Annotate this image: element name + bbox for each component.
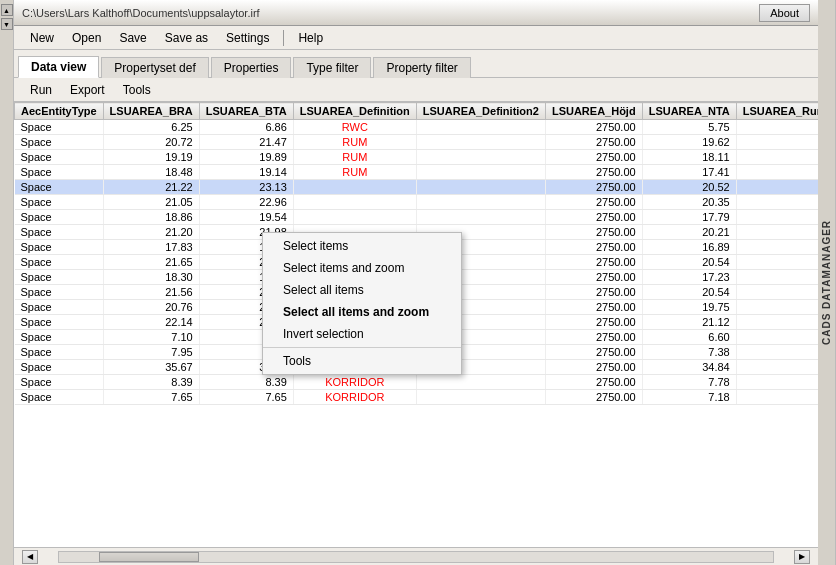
table-row[interactable]: Space 20.72 21.47 RUM 2750.00 19.62 1000… <box>15 135 819 150</box>
tab-type-filter[interactable]: Type filter <box>293 57 371 78</box>
left-btn-2[interactable]: ▼ <box>1 18 13 30</box>
menu-bar: New Open Save Save as Settings Help <box>14 26 818 50</box>
cell-entity: Space <box>15 300 104 315</box>
col-header-bra[interactable]: LSUAREA_BRA <box>103 103 199 120</box>
cell-def2 <box>416 180 545 195</box>
left-toolbar: ▲ ▼ <box>0 0 14 565</box>
menu-save[interactable]: Save <box>111 29 154 47</box>
table-row[interactable]: Space 18.48 19.14 RUM 2750.00 17.41 1000… <box>15 165 819 180</box>
cell-rumsklass: 6000 <box>736 330 818 345</box>
horizontal-scrollbar[interactable] <box>58 551 774 563</box>
cell-nta: 7.38 <box>642 345 736 360</box>
menu-new[interactable]: New <box>22 29 62 47</box>
toolbar-tools[interactable]: Tools <box>115 81 159 99</box>
scrollbar-thumb[interactable] <box>99 552 199 562</box>
scroll-left-btn[interactable]: ◀ <box>22 550 38 564</box>
cell-nta: 20.52 <box>642 180 736 195</box>
tab-propertyset-def[interactable]: Propertyset def <box>101 57 208 78</box>
cell-def: RUM <box>293 150 416 165</box>
cell-hojd: 2750.00 <box>545 120 642 135</box>
cell-bra: 7.65 <box>103 390 199 405</box>
cell-nta: 18.11 <box>642 150 736 165</box>
table-row[interactable]: Space 8.39 8.39 KORRIDOR 2750.00 7.78 60… <box>15 375 819 390</box>
cell-rumsklass: 1000 <box>736 165 818 180</box>
cell-def2 <box>416 135 545 150</box>
cell-bra: 21.20 <box>103 225 199 240</box>
table-row[interactable]: Space 18.86 19.54 2750.00 17.79 1000 113… <box>15 210 819 225</box>
cell-bra: 18.48 <box>103 165 199 180</box>
cell-rumsklass: 1000 <box>736 300 818 315</box>
cell-nta: 17.79 <box>642 210 736 225</box>
cell-nta: 20.54 <box>642 255 736 270</box>
cell-def: RUM <box>293 135 416 150</box>
ctx-select-all-zoom[interactable]: Select all items and zoom <box>263 301 461 323</box>
col-header-bta[interactable]: LSUAREA_BTA <box>199 103 293 120</box>
cell-hojd: 2750.00 <box>545 165 642 180</box>
cell-def: KORRIDOR <box>293 375 416 390</box>
cell-entity: Space <box>15 165 104 180</box>
ctx-select-all[interactable]: Select all items <box>263 279 461 301</box>
tab-property-filter[interactable]: Property filter <box>373 57 470 78</box>
cell-nta: 7.18 <box>642 390 736 405</box>
col-header-hojd[interactable]: LSUAREA_Höjd <box>545 103 642 120</box>
cell-nta: 7.78 <box>642 375 736 390</box>
main-content: AecEntityType LSUAREA_BRA LSUAREA_BTA LS… <box>14 102 818 547</box>
cell-def2 <box>416 210 545 225</box>
table-row[interactable]: Space 21.05 22.96 2750.00 20.35 1000 112… <box>15 195 819 210</box>
ctx-tools[interactable]: Tools <box>263 350 461 372</box>
ctx-separator <box>263 347 461 348</box>
menu-save-as[interactable]: Save as <box>157 29 216 47</box>
cell-nta: 19.75 <box>642 300 736 315</box>
cell-nta: 6.60 <box>642 330 736 345</box>
title-path: C:\Users\Lars Kalthoff\Documents\uppsala… <box>22 7 260 19</box>
cell-bta: 23.13 <box>199 180 293 195</box>
cell-def2 <box>416 120 545 135</box>
col-header-entity[interactable]: AecEntityType <box>15 103 104 120</box>
cell-bta: 19.14 <box>199 165 293 180</box>
cell-bra: 17.83 <box>103 240 199 255</box>
cell-nta: 17.41 <box>642 165 736 180</box>
menu-help[interactable]: Help <box>290 29 331 47</box>
tab-bar: Data view Propertyset def Properties Typ… <box>14 50 818 78</box>
about-button[interactable]: About <box>759 4 810 22</box>
cell-def2 <box>416 390 545 405</box>
col-header-rumsklass[interactable]: LSUAREA_Rumsklass <box>736 103 818 120</box>
col-header-nta[interactable]: LSUAREA_NTA <box>642 103 736 120</box>
ctx-select-items-zoom[interactable]: Select items and zoom <box>263 257 461 279</box>
left-btn-1[interactable]: ▲ <box>1 4 13 16</box>
tab-properties[interactable]: Properties <box>211 57 292 78</box>
cell-bra: 18.86 <box>103 210 199 225</box>
cads-datamanager-label: CADS DATAMANAGER <box>818 0 836 565</box>
cell-entity: Space <box>15 270 104 285</box>
cell-entity: Space <box>15 360 104 375</box>
cell-bra: 21.22 <box>103 180 199 195</box>
cell-entity: Space <box>15 210 104 225</box>
cell-rumsklass: 6000 <box>736 345 818 360</box>
cell-nta: 20.21 <box>642 225 736 240</box>
table-row[interactable]: Space 7.65 7.65 KORRIDOR 2750.00 7.18 60… <box>15 390 819 405</box>
cell-def: RWC <box>293 120 416 135</box>
tab-data-view[interactable]: Data view <box>18 56 99 78</box>
col-header-def2[interactable]: LSUAREA_Definition2 <box>416 103 545 120</box>
cell-rumsklass: 1000 <box>736 150 818 165</box>
col-header-def[interactable]: LSUAREA_Definition <box>293 103 416 120</box>
ctx-invert-selection[interactable]: Invert selection <box>263 323 461 345</box>
cell-hojd: 2750.00 <box>545 150 642 165</box>
cell-bra: 7.95 <box>103 345 199 360</box>
cell-rumsklass: 1000 <box>736 180 818 195</box>
toolbar-run[interactable]: Run <box>22 81 60 99</box>
cell-bta: 21.47 <box>199 135 293 150</box>
cell-bra: 19.19 <box>103 150 199 165</box>
table-row[interactable]: Space 6.25 6.86 RWC 2750.00 5.75 2000 31… <box>15 120 819 135</box>
cell-hojd: 2750.00 <box>545 180 642 195</box>
menu-settings[interactable]: Settings <box>218 29 277 47</box>
toolbar-export[interactable]: Export <box>62 81 113 99</box>
table-row[interactable]: Space 19.19 19.89 RUM 2750.00 18.11 1000… <box>15 150 819 165</box>
table-row[interactable]: Space 21.22 23.13 2750.00 20.52 1000 112… <box>15 180 819 195</box>
toolbar: Run Export Tools <box>14 78 818 102</box>
scroll-right-btn[interactable]: ▶ <box>794 550 810 564</box>
cell-hojd: 2750.00 <box>545 240 642 255</box>
menu-separator <box>283 30 284 46</box>
menu-open[interactable]: Open <box>64 29 109 47</box>
ctx-select-items[interactable]: Select items <box>263 235 461 257</box>
